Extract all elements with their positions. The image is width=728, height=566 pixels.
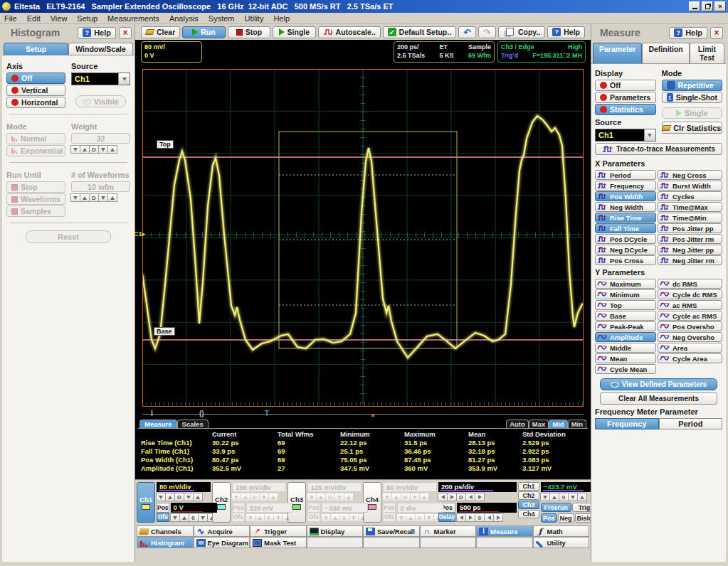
channel-scale-spinner[interactable]: D — [307, 493, 362, 501]
menu-item[interactable]: System — [209, 14, 235, 23]
axis-option-button[interactable]: Horizontal — [6, 97, 65, 108]
function-tab[interactable]: Histogram — [137, 537, 194, 548]
clear-all-measurements-button[interactable]: Clear All Measurements — [600, 393, 717, 405]
stop-button[interactable]: Stop — [228, 26, 270, 38]
minimize-button[interactable] — [689, 1, 700, 11]
y-parameter-button[interactable]: Minimum — [595, 289, 656, 299]
function-tab[interactable]: ∿Acquire — [194, 525, 250, 537]
function-tab[interactable]: ⅠMeasure — [476, 525, 533, 537]
channel1-marker[interactable]: C1▸ — [134, 230, 145, 237]
y-parameter-button[interactable]: Amplitude — [595, 332, 656, 342]
single-button[interactable]: Single — [273, 26, 315, 38]
menu-item[interactable]: Measurements — [107, 14, 159, 23]
trigger-source-button[interactable]: Ch4 — [518, 510, 539, 518]
x-parameter-button[interactable]: Rise Time — [595, 213, 656, 223]
trigger-source-button[interactable]: Ch3 — [518, 501, 539, 509]
x-parameter-button[interactable]: Neg Jitter rm — [658, 255, 722, 265]
trigger-position-icon[interactable]: ▲ — [370, 412, 376, 418]
trigger-mode-button[interactable]: Freerun — [541, 503, 571, 512]
function-tab[interactable] — [420, 537, 477, 548]
function-tab[interactable]: Display — [307, 525, 364, 537]
y-parameter-button[interactable]: Middle — [595, 343, 656, 353]
function-tab[interactable]: ∩Marker — [420, 525, 477, 537]
trigger-slope-button[interactable]: Pos — [541, 513, 557, 523]
function-tab[interactable]: Save/Recall — [363, 525, 420, 537]
dropdown-arrow-icon[interactable] — [644, 129, 655, 141]
menu-item[interactable]: Analysis — [169, 14, 199, 23]
paren-marker[interactable]: () — [199, 410, 204, 417]
redo-button[interactable]: ↷ — [478, 26, 496, 38]
y-parameter-button[interactable]: Maximum — [595, 279, 656, 289]
histogram-help-button[interactable]: ?Help — [78, 27, 116, 39]
weight-spinner[interactable]: D — [71, 145, 130, 154]
toolbar-help-button[interactable]: ?Help — [547, 26, 585, 38]
y-parameter-button[interactable]: Cycle Area — [658, 353, 722, 363]
x-parameter-button[interactable]: Neg Cross — [658, 170, 722, 180]
table-size-button[interactable]: Max — [529, 420, 549, 428]
menu-item[interactable]: Help — [273, 14, 290, 23]
x-parameter-button[interactable]: Cycles — [658, 191, 722, 201]
trigger-time-marker[interactable]: T — [265, 410, 269, 417]
menu-item[interactable]: Edit — [27, 14, 41, 23]
pos-ofs-toggle[interactable]: PosOfs — [383, 503, 396, 522]
trigger-source-button[interactable]: Ch1 — [518, 482, 539, 491]
autoscale-button[interactable]: Autoscale.. — [318, 26, 381, 38]
histogram-tab[interactable]: Setup — [4, 43, 68, 55]
x-parameter-button[interactable]: Time@Max — [658, 202, 722, 212]
dropdown-arrow-icon[interactable] — [118, 73, 130, 85]
view-defined-parameters-button[interactable]: View Defined Parameters — [600, 378, 717, 390]
y-parameter-button[interactable]: Area — [658, 343, 722, 353]
measure-table-tab[interactable]: Scales — [177, 420, 209, 428]
trigger-source-button[interactable]: Ch2 — [518, 491, 539, 500]
measure-tab[interactable]: Parameter — [593, 43, 642, 63]
display-option-button[interactable]: Statistics — [595, 104, 656, 115]
table-size-button[interactable]: Mid — [549, 420, 567, 428]
function-tab[interactable] — [476, 537, 533, 548]
x-parameter-button[interactable]: Neg Width — [595, 202, 656, 212]
y-parameter-button[interactable]: Cycle Mean — [595, 364, 656, 374]
measure-close-button[interactable]: × — [710, 27, 723, 39]
pos-ofs-toggle[interactable]: PosOfs — [307, 503, 320, 522]
x-parameter-button[interactable]: Pos Width — [595, 191, 656, 201]
y-parameter-button[interactable]: Cycle dc RMS — [658, 289, 722, 299]
table-size-button[interactable]: Min — [568, 420, 586, 428]
single-acq-button[interactable]: Single — [662, 107, 723, 119]
x-parameter-button[interactable]: Pos Jitter pp — [658, 223, 722, 233]
channel-offset-spinner[interactable]: 0 — [322, 513, 368, 522]
delay-spinner[interactable]: 0 — [457, 513, 517, 522]
function-tab[interactable]: ↗Trigger — [250, 525, 307, 537]
x-parameter-button[interactable]: Pos Cross — [595, 255, 656, 265]
x-parameter-button[interactable]: Time@Min — [658, 213, 722, 223]
function-tab[interactable] — [307, 537, 364, 548]
channel-button[interactable]: Ch1 — [137, 482, 155, 523]
function-tab[interactable]: Channels — [137, 525, 194, 537]
histogram-tab[interactable]: Window/Scale — [68, 43, 133, 55]
display-option-button[interactable]: Off — [595, 80, 656, 91]
mode-option-button[interactable]: Exponential — [6, 145, 65, 156]
channel-offset-spinner[interactable]: 0 — [397, 513, 443, 522]
clear-button[interactable]: Clear — [141, 26, 180, 38]
close-button[interactable]: × — [714, 1, 726, 11]
base-level-label[interactable]: Base — [154, 327, 175, 336]
y-parameter-button[interactable]: Neg Oversho — [658, 332, 722, 342]
default-setup-button[interactable]: ✓Default Setup.. — [383, 26, 457, 38]
x-parameter-button[interactable]: Frequency — [595, 181, 656, 191]
x-parameter-button[interactable]: Neg DCycle — [595, 245, 656, 255]
y-parameter-button[interactable]: Mean — [595, 353, 656, 363]
measure-mode-button[interactable]: 1Single-Shot — [662, 92, 723, 103]
y-parameter-button[interactable]: Base — [595, 311, 656, 321]
y-parameter-button[interactable]: Cycle ac RMS — [658, 311, 722, 321]
function-tab[interactable]: XXEye Diagram — [194, 537, 250, 548]
menu-item[interactable]: File — [4, 14, 17, 23]
undo-button[interactable]: ↶ — [458, 26, 476, 38]
measure-source-dropdown[interactable]: Ch1 — [595, 129, 656, 142]
axis-option-button[interactable]: Off — [6, 73, 65, 84]
run-until-option-button[interactable]: Samples — [6, 205, 65, 217]
measure-mode-button[interactable]: Repetitive — [662, 80, 723, 91]
run-until-option-button[interactable]: Waveforms — [6, 193, 65, 205]
x-parameter-button[interactable]: Pos DCycle — [595, 234, 656, 244]
timebase-scale-spinner[interactable]: D — [438, 493, 517, 501]
measure-help-button[interactable]: ?Help — [669, 27, 707, 39]
left-edge-marker[interactable]: I — [151, 410, 153, 417]
copy-button[interactable]: Copy.. — [498, 26, 545, 38]
